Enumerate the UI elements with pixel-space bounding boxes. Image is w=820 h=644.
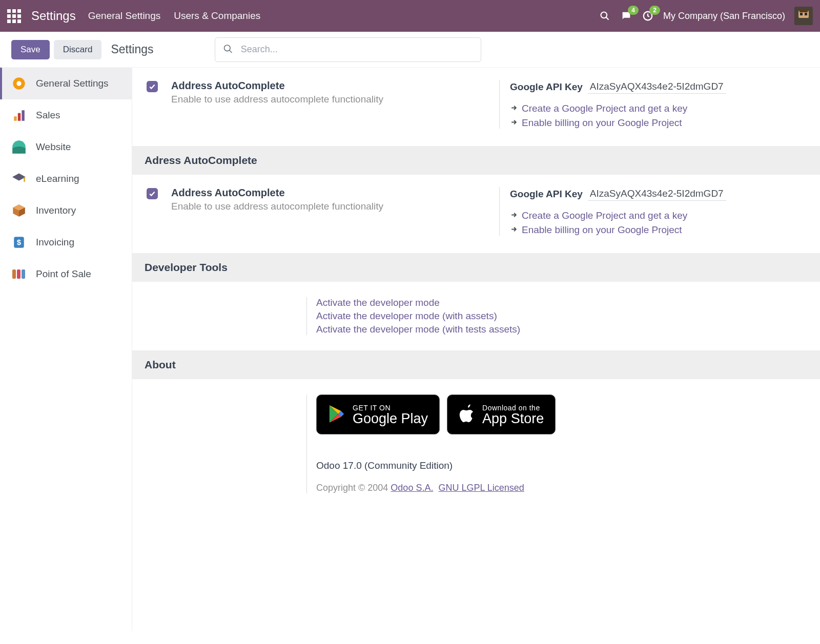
section-about: About [132,350,820,379]
arrow-right-icon [510,117,518,129]
setting-address-autocomplete-2: Address AutoComplete Enable to use addre… [132,175,820,253]
google-api-key-label: Google API Key [510,189,583,200]
sidebar-item-label: Invoicing [36,237,74,248]
copyright-line: Copyright © 2004 Odoo S.A. GNU LGPL Lice… [316,483,820,493]
section-address-autocomplete: Adress AutoComplete [132,146,820,175]
activities-badge: 2 [649,6,660,15]
google-play-label: Google Play [353,412,428,426]
svg-rect-25 [17,269,20,279]
page-title: Settings [111,43,153,56]
link-activate-developer-mode-assets[interactable]: Activate the developer mode (with assets… [316,310,820,322]
sidebar-item-label: Sales [36,110,60,121]
chart-icon [11,108,27,123]
search-icon[interactable] [599,10,611,22]
gear-icon [11,76,27,91]
apple-icon [459,404,475,425]
sidebar-item-label: Website [36,141,71,153]
app-store-badge[interactable]: Download on the App Store [447,394,556,434]
svg-rect-14 [22,110,24,121]
svg-rect-5 [800,13,803,15]
sidebar-item-general[interactable]: General Settings [0,68,132,99]
google-api-key-input-1[interactable] [588,80,726,94]
svg-rect-7 [799,10,808,12]
sidebar-item-sales[interactable]: Sales [0,99,132,131]
svg-line-9 [229,50,232,53]
app-title: Settings [31,9,76,23]
google-play-badge[interactable]: GET IT ON Google Play [316,394,440,434]
arrow-right-icon [510,224,518,236]
graduation-icon [11,171,27,186]
nav-general-settings[interactable]: General Settings [88,10,161,22]
search-input[interactable] [215,37,481,62]
navbar: Settings General Settings Users & Compan… [0,0,820,32]
link-enable-billing-2[interactable]: Enable billing on your Google Project [522,224,682,236]
link-odoo-sa[interactable]: Odoo S.A. [391,483,433,493]
checkbox-address-autocomplete-1[interactable] [147,81,158,92]
arrow-right-icon [510,210,518,221]
messages-badge: 4 [628,6,639,15]
sidebar-item-website[interactable]: Website [0,131,132,163]
sidebar-item-invoicing[interactable]: $ Invoicing [0,226,132,258]
sidebar-item-label: General Settings [36,78,109,89]
svg-marker-17 [12,174,26,181]
svg-rect-6 [805,13,807,15]
link-license[interactable]: GNU LGPL Licensed [438,483,524,493]
google-api-key-input-2[interactable] [588,187,726,201]
section-developer-tools: Developer Tools [132,253,820,282]
sidebar-item-label: Point of Sale [36,268,91,280]
sidebar-item-label: Inventory [36,205,76,216]
arrow-right-icon [510,103,518,114]
link-enable-billing-1[interactable]: Enable billing on your Google Project [522,117,682,129]
action-bar: Save Discard Settings [0,32,820,68]
svg-rect-13 [18,113,20,121]
company-selector[interactable]: My Company (San Francisco) [663,11,785,22]
nav-users-companies[interactable]: Users & Companies [174,10,260,22]
settings-content: Address AutoComplete Enable to use addre… [132,68,820,631]
app-store-label: App Store [482,412,544,426]
apps-menu-icon[interactable] [7,9,21,23]
search-input-icon [223,44,233,55]
svg-rect-24 [12,269,16,279]
pos-icon [11,266,27,282]
setting-address-autocomplete-1: Address AutoComplete Enable to use addre… [132,68,820,146]
developer-links: Activate the developer mode Activate the… [306,297,820,335]
svg-point-8 [224,45,230,51]
odoo-version: Odoo 17.0 (Community Edition) [316,460,820,471]
user-avatar[interactable] [794,7,813,25]
copyright-prefix: Copyright © 2004 [316,483,391,493]
about-content: GET IT ON Google Play Download on the Ap… [306,394,820,493]
svg-rect-18 [24,177,25,182]
svg-line-1 [606,17,608,20]
svg-point-11 [16,81,21,86]
sidebar-item-label: eLearning [36,173,79,184]
checkbox-address-autocomplete-2[interactable] [147,188,158,199]
box-icon [11,203,27,218]
google-play-icon [328,404,345,425]
activities-icon[interactable]: 2 [642,10,654,22]
settings-sidebar: General Settings Sales Website eLearning… [0,68,132,631]
globe-icon [11,139,27,155]
link-activate-developer-mode[interactable]: Activate the developer mode [316,297,820,308]
link-activate-developer-mode-tests[interactable]: Activate the developer mode (with tests … [316,324,820,335]
setting-title: Address AutoComplete [171,187,499,199]
save-button[interactable]: Save [11,40,50,59]
setting-description: Enable to use address autocomplete funct… [171,94,499,105]
sidebar-item-elearning[interactable]: eLearning [0,163,132,195]
link-create-google-project-1[interactable]: Create a Google Project and get a key [522,103,687,114]
google-api-key-label: Google API Key [510,81,583,93]
setting-description: Enable to use address autocomplete funct… [171,201,499,212]
svg-text:$: $ [17,238,22,246]
svg-point-0 [601,12,607,18]
link-create-google-project-2[interactable]: Create a Google Project and get a key [522,210,687,221]
svg-rect-26 [22,269,25,279]
discard-button[interactable]: Discard [54,40,102,59]
svg-rect-12 [14,116,16,121]
messages-icon[interactable]: 4 [620,10,632,22]
invoice-icon: $ [11,235,27,250]
setting-title: Address AutoComplete [171,80,499,92]
sidebar-item-inventory[interactable]: Inventory [0,195,132,226]
sidebar-item-pos[interactable]: Point of Sale [0,258,132,290]
